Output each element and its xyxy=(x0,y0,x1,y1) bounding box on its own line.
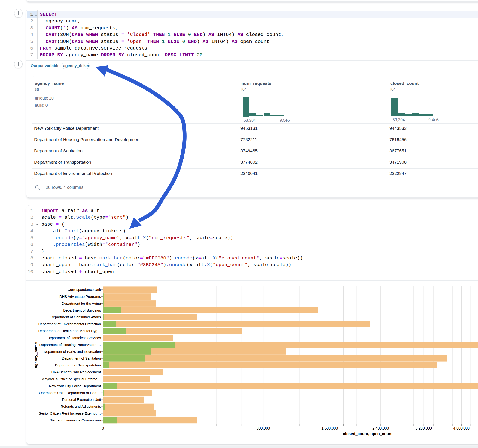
svg-text:Senior Citizen Rent Increase E: Senior Citizen Rent Increase Exempti… xyxy=(39,411,101,415)
svg-text:Department of Buildings: Department of Buildings xyxy=(63,308,101,312)
svg-text:Department for the Aging: Department for the Aging xyxy=(62,301,101,305)
svg-text:Department of Environmental Pr: Department of Environmental Protection xyxy=(38,322,101,326)
svg-text:Department of Housing Preserva: Department of Housing Preservation … xyxy=(39,343,101,347)
svg-text:Personal Exemption Unit: Personal Exemption Unit xyxy=(62,398,101,401)
svg-text:Taxi and Limousine Commission: Taxi and Limousine Commission xyxy=(50,418,101,422)
svg-text:Correspondence Unit: Correspondence Unit xyxy=(68,288,101,292)
svg-text:Operations Unit - Department o: Operations Unit - Department of Hom… xyxy=(39,391,101,395)
svg-text:Department of Consumer Affairs: Department of Consumer Affairs xyxy=(50,315,101,319)
svg-text:Department of Sanitation: Department of Sanitation xyxy=(62,356,101,360)
svg-text:Refunds and Adjustments: Refunds and Adjustments xyxy=(61,404,101,408)
svg-text:Department of Transportation: Department of Transportation xyxy=(55,363,101,367)
svg-text:New York City Police Departmen: New York City Police Department xyxy=(49,384,101,388)
svg-text:Department of Parks and Recrea: Department of Parks and Recreation xyxy=(44,350,101,354)
svg-text:Mayorâ€ s Office of Special En: Mayorâ€ s Office of Special Enforce… xyxy=(42,377,101,381)
svg-text:0: 0 xyxy=(102,426,104,430)
svg-text:closed_count, open_count: closed_count, open_count xyxy=(343,432,393,436)
svg-text:2,400,000: 2,400,000 xyxy=(372,426,389,430)
svg-text:HRA Benefit Card Replacement: HRA Benefit Card Replacement xyxy=(51,370,101,374)
svg-text:800,000: 800,000 xyxy=(257,426,270,430)
svg-text:4,000,000: 4,000,000 xyxy=(453,426,470,430)
svg-text:1,600,000: 1,600,000 xyxy=(321,426,338,430)
svg-text:Department of Health and Menta: Department of Health and Mental Hyg… xyxy=(38,329,101,333)
svg-text:agency_name: agency_name xyxy=(34,342,38,368)
svg-text:Department of Homeless Service: Department of Homeless Services xyxy=(47,336,101,340)
svg-text:3,200,000: 3,200,000 xyxy=(415,426,432,430)
svg-text:DHS Advantage Programs: DHS Advantage Programs xyxy=(59,294,101,299)
